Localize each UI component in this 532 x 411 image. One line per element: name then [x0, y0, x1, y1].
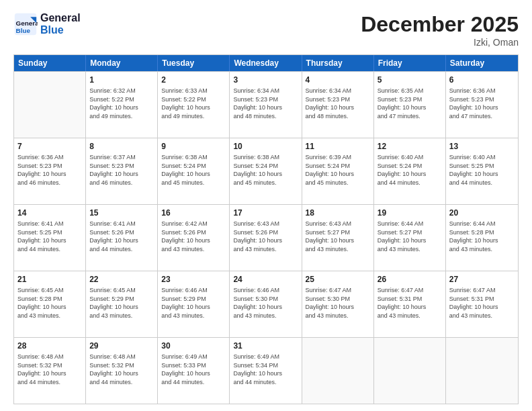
header-day-sunday: Sunday [14, 55, 86, 71]
cell-info: Sunrise: 6:40 AM Sunset: 5:24 PM Dayligh… [378, 153, 442, 187]
cal-cell: 15Sunrise: 6:41 AM Sunset: 5:26 PM Dayli… [86, 205, 158, 271]
cell-info: Sunrise: 6:46 AM Sunset: 5:30 PM Dayligh… [233, 286, 298, 320]
cal-cell [374, 338, 446, 404]
cell-info: Sunrise: 6:43 AM Sunset: 5:26 PM Dayligh… [233, 220, 298, 253]
day-number: 14 [17, 208, 82, 218]
cell-info: Sunrise: 6:36 AM Sunset: 5:23 PM Dayligh… [17, 153, 82, 187]
day-number: 19 [378, 208, 442, 218]
day-number: 20 [449, 208, 515, 218]
header-day-wednesday: Wednesday [230, 55, 302, 71]
cal-cell: 2Sunrise: 6:33 AM Sunset: 5:22 PM Daylig… [158, 72, 230, 138]
day-number: 22 [89, 274, 154, 285]
cell-info: Sunrise: 6:39 AM Sunset: 5:24 PM Dayligh… [306, 153, 370, 187]
day-number: 18 [306, 208, 370, 218]
cal-cell [14, 72, 86, 138]
day-number: 4 [306, 75, 370, 85]
day-number: 13 [449, 141, 515, 152]
day-number: 17 [233, 208, 298, 218]
cell-info: Sunrise: 6:41 AM Sunset: 5:25 PM Dayligh… [17, 220, 82, 253]
cal-cell: 12Sunrise: 6:40 AM Sunset: 5:24 PM Dayli… [374, 138, 446, 204]
day-number: 25 [306, 274, 370, 285]
day-number: 16 [161, 208, 226, 218]
day-number: 2 [161, 75, 226, 85]
title-block: December 2025 Izki, Oman [361, 12, 519, 48]
cell-info: Sunrise: 6:36 AM Sunset: 5:23 PM Dayligh… [449, 87, 515, 120]
cell-info: Sunrise: 6:37 AM Sunset: 5:23 PM Dayligh… [89, 153, 154, 187]
cell-info: Sunrise: 6:48 AM Sunset: 5:32 PM Dayligh… [17, 353, 82, 386]
cal-cell: 21Sunrise: 6:45 AM Sunset: 5:28 PM Dayli… [14, 271, 86, 337]
day-number: 23 [161, 274, 226, 285]
cal-week-5: 28Sunrise: 6:48 AM Sunset: 5:32 PM Dayli… [14, 337, 518, 404]
cell-info: Sunrise: 6:38 AM Sunset: 5:24 PM Dayligh… [161, 153, 226, 187]
calendar: SundayMondayTuesdayWednesdayThursdayFrid… [13, 54, 519, 404]
logo: General Blue General Blue [13, 12, 81, 36]
cell-info: Sunrise: 6:47 AM Sunset: 5:31 PM Dayligh… [378, 286, 442, 320]
cal-cell: 22Sunrise: 6:45 AM Sunset: 5:29 PM Dayli… [86, 271, 158, 337]
cell-info: Sunrise: 6:34 AM Sunset: 5:23 PM Dayligh… [233, 87, 298, 120]
day-number: 15 [89, 208, 154, 218]
cal-cell: 30Sunrise: 6:49 AM Sunset: 5:33 PM Dayli… [158, 338, 230, 404]
svg-text:Blue: Blue [16, 27, 31, 34]
cell-info: Sunrise: 6:47 AM Sunset: 5:31 PM Dayligh… [449, 286, 515, 320]
cell-info: Sunrise: 6:43 AM Sunset: 5:27 PM Dayligh… [306, 220, 370, 253]
cell-info: Sunrise: 6:45 AM Sunset: 5:29 PM Dayligh… [89, 286, 154, 320]
day-number: 26 [378, 274, 442, 285]
cal-cell: 10Sunrise: 6:38 AM Sunset: 5:24 PM Dayli… [230, 138, 302, 204]
header-day-saturday: Saturday [446, 55, 518, 71]
location: Izki, Oman [361, 37, 519, 48]
day-number: 27 [449, 274, 515, 285]
cell-info: Sunrise: 6:49 AM Sunset: 5:33 PM Dayligh… [161, 353, 226, 386]
day-number: 21 [17, 274, 82, 285]
logo-icon: General Blue [13, 12, 38, 36]
cal-week-3: 14Sunrise: 6:41 AM Sunset: 5:25 PM Dayli… [14, 204, 518, 271]
day-number: 31 [233, 340, 298, 351]
cal-cell: 16Sunrise: 6:42 AM Sunset: 5:26 PM Dayli… [158, 205, 230, 271]
cal-cell: 25Sunrise: 6:47 AM Sunset: 5:30 PM Dayli… [302, 271, 374, 337]
day-number: 11 [306, 141, 370, 152]
logo-line2: Blue [40, 24, 81, 36]
cal-cell: 23Sunrise: 6:46 AM Sunset: 5:29 PM Dayli… [158, 271, 230, 337]
cal-cell: 7Sunrise: 6:36 AM Sunset: 5:23 PM Daylig… [14, 138, 86, 204]
calendar-body: 1Sunrise: 6:32 AM Sunset: 5:22 PM Daylig… [14, 71, 518, 404]
cal-cell: 9Sunrise: 6:38 AM Sunset: 5:24 PM Daylig… [158, 138, 230, 204]
cell-info: Sunrise: 6:47 AM Sunset: 5:30 PM Dayligh… [306, 286, 370, 320]
cal-cell: 27Sunrise: 6:47 AM Sunset: 5:31 PM Dayli… [446, 271, 518, 337]
header: General Blue General Blue December 2025 … [13, 12, 519, 48]
day-number: 10 [233, 141, 298, 152]
day-number: 8 [89, 141, 154, 152]
cal-cell: 20Sunrise: 6:44 AM Sunset: 5:28 PM Dayli… [446, 205, 518, 271]
cell-info: Sunrise: 6:44 AM Sunset: 5:28 PM Dayligh… [449, 220, 515, 253]
cal-cell: 8Sunrise: 6:37 AM Sunset: 5:23 PM Daylig… [86, 138, 158, 204]
cal-cell: 18Sunrise: 6:43 AM Sunset: 5:27 PM Dayli… [302, 205, 374, 271]
day-number: 28 [17, 340, 82, 351]
calendar-header: SundayMondayTuesdayWednesdayThursdayFrid… [14, 55, 518, 71]
cal-week-1: 1Sunrise: 6:32 AM Sunset: 5:22 PM Daylig… [14, 71, 518, 138]
day-number: 5 [378, 75, 442, 85]
cal-cell: 29Sunrise: 6:48 AM Sunset: 5:32 PM Dayli… [86, 338, 158, 404]
cell-info: Sunrise: 6:42 AM Sunset: 5:26 PM Dayligh… [161, 220, 226, 253]
day-number: 1 [89, 75, 154, 85]
cal-cell: 1Sunrise: 6:32 AM Sunset: 5:22 PM Daylig… [86, 72, 158, 138]
cell-info: Sunrise: 6:45 AM Sunset: 5:28 PM Dayligh… [17, 286, 82, 320]
day-number: 12 [378, 141, 442, 152]
cell-info: Sunrise: 6:35 AM Sunset: 5:23 PM Dayligh… [378, 87, 442, 120]
cal-cell: 14Sunrise: 6:41 AM Sunset: 5:25 PM Dayli… [14, 205, 86, 271]
cal-cell: 24Sunrise: 6:46 AM Sunset: 5:30 PM Dayli… [230, 271, 302, 337]
header-day-tuesday: Tuesday [158, 55, 230, 71]
day-number: 24 [233, 274, 298, 285]
cal-cell: 17Sunrise: 6:43 AM Sunset: 5:26 PM Dayli… [230, 205, 302, 271]
header-day-thursday: Thursday [302, 55, 374, 71]
cell-info: Sunrise: 6:33 AM Sunset: 5:22 PM Dayligh… [161, 87, 226, 120]
cal-cell: 28Sunrise: 6:48 AM Sunset: 5:32 PM Dayli… [14, 338, 86, 404]
day-number: 7 [17, 141, 82, 152]
cell-info: Sunrise: 6:48 AM Sunset: 5:32 PM Dayligh… [89, 353, 154, 386]
cell-info: Sunrise: 6:40 AM Sunset: 5:25 PM Dayligh… [449, 153, 515, 187]
month-title: December 2025 [361, 12, 519, 37]
cal-cell: 26Sunrise: 6:47 AM Sunset: 5:31 PM Dayli… [374, 271, 446, 337]
cell-info: Sunrise: 6:32 AM Sunset: 5:22 PM Dayligh… [89, 87, 154, 120]
cal-cell [302, 338, 374, 404]
header-day-friday: Friday [374, 55, 446, 71]
cell-info: Sunrise: 6:49 AM Sunset: 5:34 PM Dayligh… [233, 353, 298, 386]
cal-cell: 11Sunrise: 6:39 AM Sunset: 5:24 PM Dayli… [302, 138, 374, 204]
cell-info: Sunrise: 6:44 AM Sunset: 5:27 PM Dayligh… [378, 220, 442, 253]
